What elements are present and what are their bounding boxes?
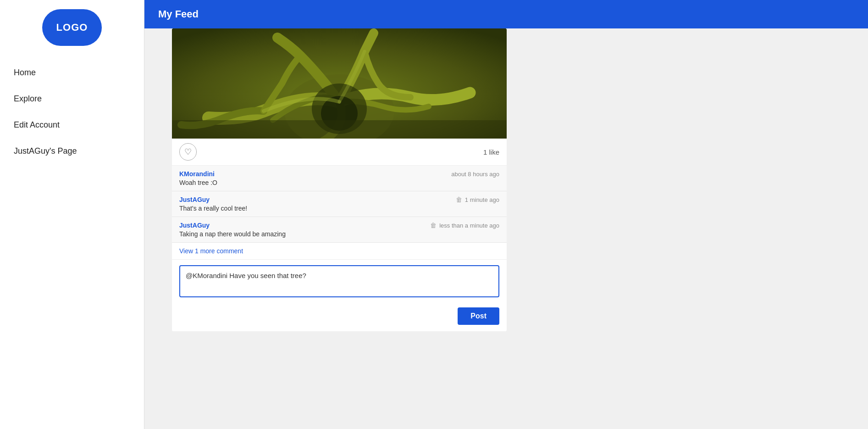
comment-username[interactable]: JustAGuy: [179, 196, 210, 203]
sidebar-item-explore[interactable]: Explore: [0, 86, 144, 112]
post-card: ♡ 1 like KMorandini about 8 hours ago Wo…: [172, 28, 507, 331]
sidebar-item-justaguy-page[interactable]: JustAGuy's Page: [0, 138, 144, 164]
post-button-row: Post: [172, 304, 507, 331]
heart-icon: ♡: [184, 147, 192, 157]
comment-input[interactable]: [179, 265, 499, 297]
logo-text: LOGO: [56, 22, 88, 33]
comment-timestamp: about 8 hours ago: [451, 171, 499, 178]
like-row: ♡ 1 like: [172, 139, 507, 166]
page-title: My Feed: [158, 8, 199, 20]
sidebar-item-home[interactable]: Home: [0, 60, 144, 86]
comment-meta: 🗑 1 minute ago: [456, 196, 499, 203]
comment-text: Woah tree :O: [179, 179, 499, 186]
feed-content: ♡ 1 like KMorandini about 8 hours ago Wo…: [144, 28, 868, 429]
comment-block: KMorandini about 8 hours ago Woah tree :…: [172, 166, 507, 191]
trash-icon[interactable]: 🗑: [456, 196, 462, 203]
comment-username[interactable]: KMorandini: [179, 170, 215, 178]
comment-header: KMorandini about 8 hours ago: [179, 170, 499, 178]
comment-text: That's a really cool tree!: [179, 205, 499, 212]
comment-header: JustAGuy 🗑 less than a minute ago: [179, 222, 499, 229]
comment-timestamp: 1 minute ago: [465, 196, 499, 203]
like-button[interactable]: ♡: [179, 143, 197, 161]
logo-container: LOGO: [0, 9, 144, 46]
comment-username[interactable]: JustAGuy: [179, 222, 210, 229]
main-content: My Feed: [144, 0, 868, 429]
svg-rect-5: [172, 120, 507, 139]
logo[interactable]: LOGO: [42, 9, 102, 46]
comment-timestamp: less than a minute ago: [439, 222, 499, 229]
sidebar-item-edit-account[interactable]: Edit Account: [0, 112, 144, 138]
view-more-comments[interactable]: View 1 more comment: [172, 243, 507, 259]
comments-section: KMorandini about 8 hours ago Woah tree :…: [172, 166, 507, 243]
comment-meta: 🗑 less than a minute ago: [430, 222, 499, 229]
comment-block: JustAGuy 🗑 1 minute ago That's a really …: [172, 191, 507, 217]
page-header: My Feed: [144, 0, 868, 28]
trash-icon[interactable]: 🗑: [430, 222, 437, 229]
comment-text: Taking a nap there would be amazing: [179, 230, 499, 238]
comment-input-area: [172, 259, 507, 304]
like-count: 1 like: [483, 148, 499, 156]
comment-block: JustAGuy 🗑 less than a minute ago Taking…: [172, 217, 507, 243]
sidebar: LOGO Home Explore Edit Account JustAGuy'…: [0, 0, 144, 429]
post-image: [172, 28, 507, 139]
post-button[interactable]: Post: [458, 307, 499, 325]
comment-header: JustAGuy 🗑 1 minute ago: [179, 196, 499, 203]
